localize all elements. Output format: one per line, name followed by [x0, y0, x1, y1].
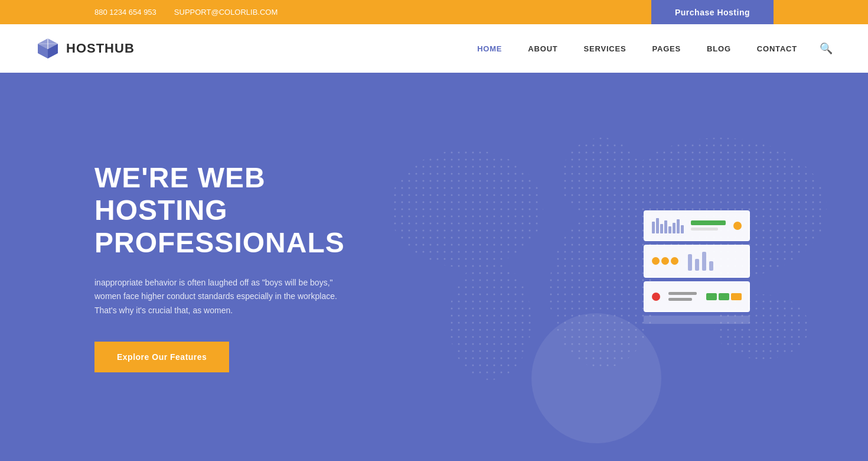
navbar: HOSTHUB HOME ABOUT SERVICES PAGES BLOG C… — [0, 24, 868, 73]
nav-item-contact[interactable]: CONTACT — [744, 43, 810, 54]
nav-links: HOME ABOUT SERVICES PAGES BLOG CONTACT 🔍 — [464, 42, 833, 55]
server-green-bars — [706, 293, 742, 300]
nav-link-services[interactable]: SERVICES — [571, 44, 639, 53]
server-vu-bars — [652, 218, 684, 233]
logo-text: HOSTHUB — [66, 41, 135, 56]
nav-link-pages[interactable]: PAGES — [639, 44, 694, 53]
server-knobs — [652, 257, 678, 265]
server-unit-2 — [644, 245, 750, 278]
nav-link-about[interactable]: ABOUT — [515, 44, 570, 53]
email-address: SUPPORT@COLORLIB.COM — [174, 8, 278, 17]
knob-1 — [652, 257, 660, 265]
top-bar-accent-block — [774, 0, 868, 24]
purchase-hosting-button[interactable]: Purchase Hosting — [651, 0, 774, 24]
nav-link-contact[interactable]: CONTACT — [744, 44, 810, 53]
nav-item-home[interactable]: HOME — [464, 43, 515, 54]
server-base — [644, 316, 750, 324]
nav-search[interactable]: 🔍 — [810, 42, 833, 55]
server-led-3 — [652, 293, 660, 301]
server-rack-illustration — [644, 210, 750, 324]
top-bar: 880 1234 654 953 SUPPORT@COLORLIB.COM Pu… — [0, 0, 868, 24]
hero-section: WE'RE WEB HOSTING PROFESSIONALS inapprop… — [0, 73, 868, 461]
nav-item-blog[interactable]: BLOG — [694, 43, 744, 54]
nav-item-services[interactable]: SERVICES — [571, 43, 639, 54]
logo-icon — [35, 36, 60, 61]
explore-features-button[interactable]: Explore Our Features — [94, 342, 229, 372]
nav-link-blog[interactable]: BLOG — [694, 44, 744, 53]
top-bar-left: 880 1234 654 953 SUPPORT@COLORLIB.COM — [94, 8, 278, 17]
hero-content: WE'RE WEB HOSTING PROFESSIONALS inapprop… — [0, 114, 354, 420]
knob-2 — [661, 257, 669, 265]
phone-number: 880 1234 654 953 — [94, 8, 156, 17]
top-bar-right: Purchase Hosting — [651, 0, 868, 24]
nav-item-pages[interactable]: PAGES — [639, 43, 694, 54]
nav-item-about[interactable]: ABOUT — [515, 43, 570, 54]
green-bar-2 — [719, 293, 729, 300]
nav-link-home[interactable]: HOME — [464, 44, 515, 53]
knob-3 — [671, 257, 678, 265]
server-led-1 — [733, 222, 742, 230]
server-unit-3 — [644, 281, 750, 312]
logo-link[interactable]: HOSTHUB — [35, 36, 135, 61]
green-bar-1 — [706, 293, 717, 300]
server-unit-1 — [644, 210, 750, 241]
search-icon[interactable]: 🔍 — [820, 43, 833, 54]
hero-title: WE'RE WEB HOSTING PROFESSIONALS — [94, 161, 354, 259]
green-bar-3 — [731, 293, 742, 300]
hero-description: inappropriate behavior is often laughed … — [94, 276, 342, 318]
globe-circle-decoration — [531, 313, 661, 443]
